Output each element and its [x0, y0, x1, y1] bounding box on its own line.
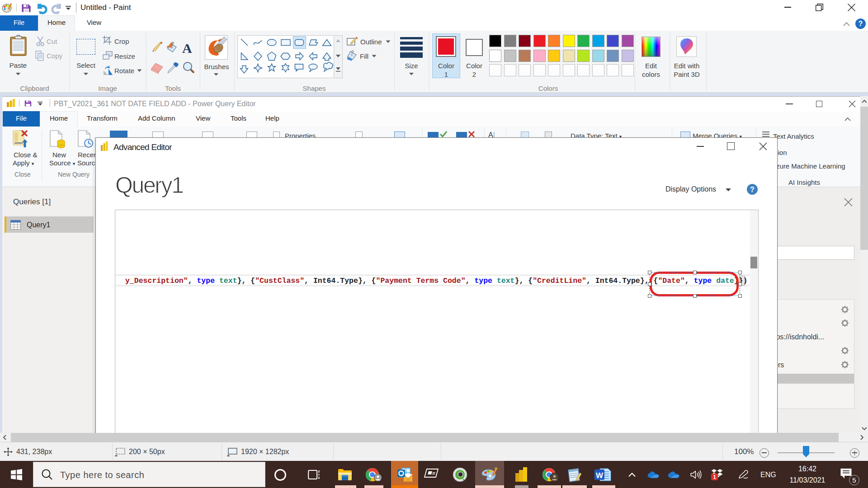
svg-text:1: 1: [713, 474, 716, 480]
svg-text:W: W: [596, 471, 604, 480]
